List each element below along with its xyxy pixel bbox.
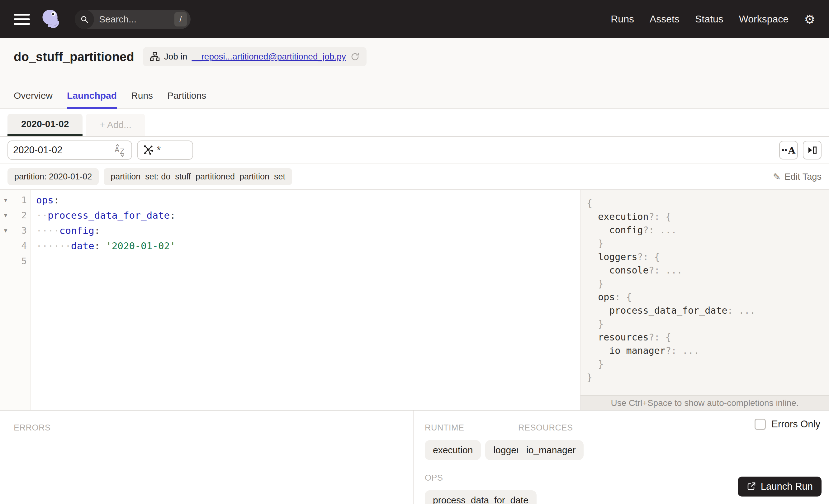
schema-line: loggers?: {	[587, 251, 829, 265]
config-pill-row: io_manager	[518, 440, 584, 460]
schema-punct: }	[598, 359, 604, 369]
job-badge-prefix: Job in	[164, 52, 187, 62]
errors-only-label: Errors Only	[771, 419, 820, 430]
edit-tags-label: Edit Tags	[785, 172, 822, 182]
code-punct: :	[53, 194, 60, 206]
bottom-panel: ERRORS RUNTIMEexecutionloggersRESOURCESi…	[0, 410, 829, 504]
whitespace-button-letter: A	[788, 145, 795, 156]
config-pill[interactable]: io_manager	[518, 440, 584, 460]
op-selector-input[interactable]	[157, 145, 187, 156]
toggle-schema-panel-button[interactable]	[803, 141, 822, 159]
launchpad-controls: A Z •• A	[0, 137, 829, 164]
sort-az-icon: A Z	[113, 144, 127, 157]
schema-ws	[587, 305, 609, 316]
code-line	[36, 253, 580, 268]
nav-link-workspace[interactable]: Workspace	[739, 13, 789, 25]
schema-key: loggers	[598, 251, 637, 262]
fold-toggle-icon[interactable]: ▾	[0, 227, 11, 234]
schema-ws	[587, 292, 598, 302]
nav-link-status[interactable]: Status	[695, 13, 723, 25]
schema-punct: ?: ...	[649, 265, 682, 276]
autocomplete-hint: Use Ctrl+Space to show auto-completions …	[580, 395, 829, 410]
tab-launchpad[interactable]: Launchpad	[67, 90, 117, 109]
schema-ws	[587, 265, 609, 276]
code-str: '2020-01-02'	[106, 240, 176, 251]
errors-only-toggle[interactable]: Errors Only	[755, 419, 820, 430]
gutter-row: ▾2	[0, 208, 31, 223]
schema-line: ops: {	[587, 292, 829, 305]
code-ws: ····	[36, 225, 60, 236]
schema-key: resources	[598, 332, 649, 343]
job-graph-icon	[150, 52, 160, 62]
partition-config-tab[interactable]: 2020-01-02	[7, 114, 82, 136]
nav-link-runs[interactable]: Runs	[611, 13, 634, 25]
schema-ws	[587, 359, 598, 369]
schema-punct: ?: {	[649, 332, 671, 343]
code-key: process_data_for_date	[48, 210, 170, 221]
config-pill[interactable]: process_data_for_date	[425, 490, 537, 504]
schema-line: console?: ...	[587, 265, 829, 278]
global-search: /	[75, 10, 190, 29]
schema-punct: }	[598, 318, 604, 329]
errors-label: ERRORS	[14, 423, 399, 433]
config-editor: ▾1▾2▾345 ops:··process_data_for_date:···…	[0, 189, 829, 410]
gutter-row: ▾1	[0, 192, 31, 208]
code-ws: ··	[36, 210, 48, 221]
top-nav-bar: / Runs Assets Status Workspace ⚙	[0, 0, 829, 38]
reload-icon[interactable]	[350, 52, 360, 61]
fold-toggle-icon[interactable]: ▾	[0, 196, 11, 204]
schema-punct: ?: {	[649, 211, 671, 222]
settings-gear-icon[interactable]: ⚙	[804, 13, 815, 26]
job-header: do_stuff_partitioned Job in __reposi...a…	[0, 38, 829, 109]
edit-tags-button[interactable]: ✎ Edit Tags	[773, 171, 822, 182]
code-punct: :	[94, 225, 100, 236]
gutter-row: 4	[0, 238, 31, 253]
toggle-whitespace-button[interactable]: •• A	[779, 141, 798, 159]
config-section-resources: RESOURCESio_manager	[518, 423, 584, 460]
hamburger-menu-icon[interactable]	[14, 14, 30, 25]
config-schema-panel: { execution?: { config?: ... } loggers?:…	[580, 190, 829, 410]
config-pill-row: executionloggers	[425, 440, 518, 460]
schema-key: config	[609, 225, 643, 236]
dagster-logo-icon[interactable]	[39, 7, 63, 31]
search-input[interactable]	[94, 14, 174, 25]
fold-toggle-icon[interactable]: ▾	[0, 212, 11, 219]
code-key: date	[71, 240, 94, 251]
schema-body: { execution?: { config?: ... } loggers?:…	[580, 190, 829, 395]
tab-partitions[interactable]: Partitions	[167, 90, 206, 109]
code-punct: :	[94, 240, 106, 251]
config-pill[interactable]: execution	[425, 440, 481, 460]
tab-overview[interactable]: Overview	[14, 90, 52, 109]
schema-line: }	[587, 318, 829, 332]
job-repo-link[interactable]: __reposi...artitioned@partitioned_job.py	[191, 52, 346, 62]
nav-link-assets[interactable]: Assets	[650, 13, 680, 25]
schema-ws	[587, 332, 598, 343]
expand-panel-icon	[807, 145, 818, 155]
code-ws: ······	[36, 240, 71, 251]
launch-run-button[interactable]: Launch Run	[738, 477, 822, 497]
partition-picker-input[interactable]	[13, 145, 110, 156]
schema-ws	[587, 345, 609, 356]
line-number: 1	[11, 195, 31, 205]
errors-only-checkbox[interactable]	[755, 419, 766, 430]
code-key: ops	[36, 194, 53, 206]
svg-text:A: A	[115, 146, 119, 154]
search-icon	[75, 10, 94, 29]
launch-run-label: Launch Run	[761, 481, 813, 492]
schema-punct: : ...	[727, 305, 756, 316]
code-line: ops:	[36, 192, 580, 208]
launch-external-icon	[747, 482, 756, 491]
search-shortcut-key: /	[174, 12, 187, 27]
schema-key: execution	[598, 211, 649, 222]
code-line: ······date: '2020-01-02'	[36, 238, 580, 253]
schema-ws	[587, 225, 609, 236]
code-punct: :	[170, 210, 176, 221]
schema-key: process_data_for_date	[609, 305, 727, 316]
yaml-editor-area[interactable]: ops:··process_data_for_date:····config:·…	[31, 190, 580, 410]
config-section-label: OPS	[425, 473, 518, 483]
nav-links: Runs Assets Status Workspace ⚙	[611, 13, 815, 26]
job-origin-badge: Job in __reposi...artitioned@partitioned…	[143, 47, 366, 66]
tab-runs[interactable]: Runs	[131, 90, 153, 109]
line-number: 5	[11, 256, 31, 266]
add-config-tab-button[interactable]: + Add...	[86, 114, 145, 136]
